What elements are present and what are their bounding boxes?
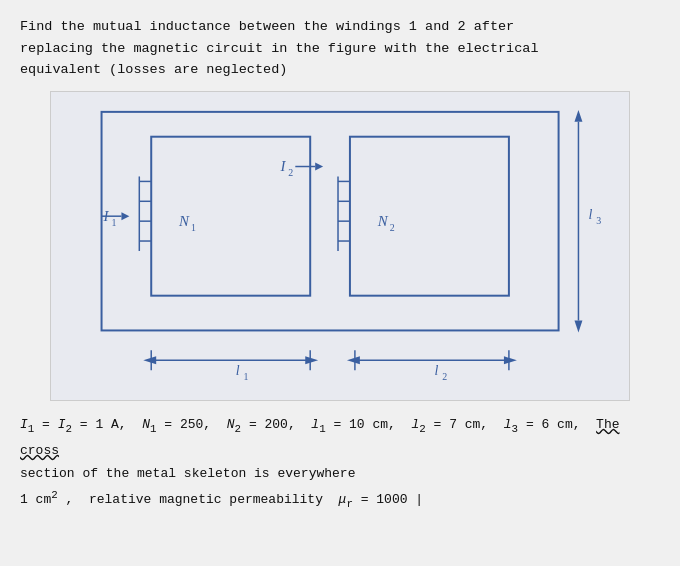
svg-marker-34 — [143, 356, 156, 364]
svg-text:I: I — [279, 158, 286, 174]
diagram: I 1 I 2 N 1 N 2 l 3 — [50, 91, 630, 401]
svg-text:1: 1 — [111, 217, 116, 228]
svg-text:l: l — [588, 207, 592, 222]
svg-text:1: 1 — [191, 222, 196, 233]
svg-text:1: 1 — [244, 371, 249, 382]
svg-marker-38 — [504, 356, 517, 364]
svg-rect-2 — [350, 136, 509, 295]
problem-line-1: Find the mutual inductance between the w… — [20, 16, 660, 38]
params-line-1: I1 = I2 = 1 A, N1 = 250, N2 = 200, l1 = … — [20, 413, 660, 462]
svg-text:2: 2 — [288, 167, 293, 178]
svg-rect-1 — [151, 136, 310, 295]
svg-text:N: N — [178, 213, 190, 229]
svg-marker-28 — [574, 110, 582, 122]
svg-text:2: 2 — [390, 222, 395, 233]
problem-statement: Find the mutual inductance between the w… — [20, 16, 660, 81]
parameters: I1 = I2 = 1 A, N1 = 250, N2 = 200, l1 = … — [20, 413, 660, 514]
svg-text:2: 2 — [442, 371, 447, 382]
params-line-2: section of the metal skeleton is everywh… — [20, 462, 660, 485]
svg-text:l: l — [434, 363, 438, 378]
svg-marker-39 — [347, 356, 360, 364]
svg-marker-6 — [121, 212, 129, 220]
svg-text:N: N — [377, 213, 389, 229]
svg-marker-10 — [315, 162, 323, 170]
problem-line-2: replacing the magnetic circuit in the fi… — [20, 38, 660, 60]
svg-marker-29 — [574, 320, 582, 332]
problem-line-3: equivalent (losses are neglected) — [20, 59, 660, 81]
svg-text:l: l — [236, 363, 240, 378]
svg-text:3: 3 — [596, 215, 601, 226]
svg-marker-33 — [305, 356, 318, 364]
svg-rect-0 — [102, 112, 559, 331]
params-line-3: 1 cm2 , relative magnetic permeability μ… — [20, 486, 660, 514]
